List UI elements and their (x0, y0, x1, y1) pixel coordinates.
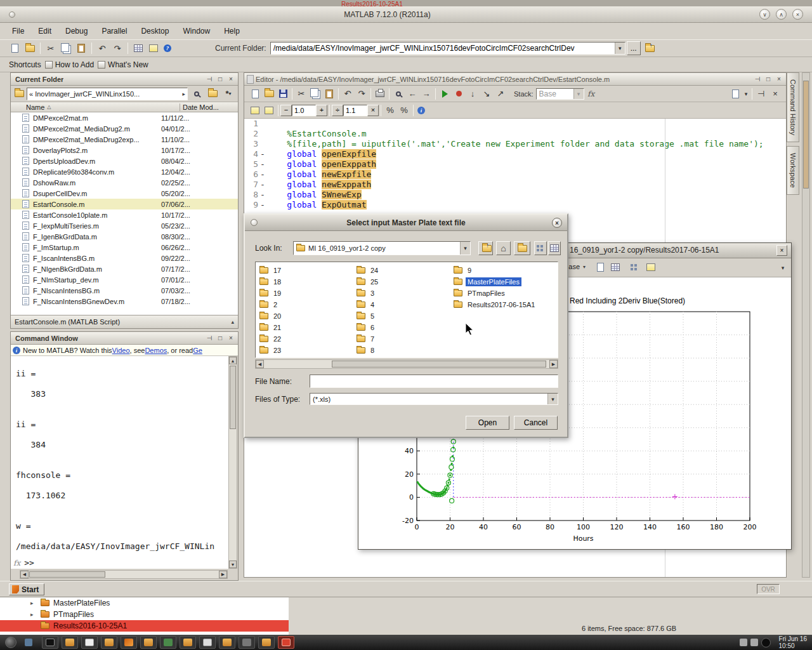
folder-item[interactable]: 5 (355, 310, 452, 322)
forward-icon[interactable]: → (419, 87, 433, 101)
column-date-modified[interactable]: Date Mod... (180, 103, 238, 111)
new-folder-icon[interactable] (206, 87, 219, 101)
command-window-header[interactable]: Command Window ⊣ □ × (11, 332, 238, 345)
menu-item[interactable]: Debug (58, 23, 95, 39)
menu-item[interactable]: File (5, 23, 31, 39)
breadcrumb[interactable]: « InovImager_jwrCF_WINLinx150... ▸ (27, 88, 188, 100)
dialog-menu-icon[interactable] (251, 219, 258, 226)
multiplier-value-input[interactable] (343, 105, 367, 116)
vertical-scrollbar[interactable]: ▲ ▼ (228, 356, 237, 569)
code-line[interactable]: 2 %EstartConsole.m (244, 129, 786, 139)
code-line[interactable]: 4- global openExpfile (244, 149, 786, 159)
paste-icon[interactable] (74, 41, 88, 55)
show-desktop-icon[interactable] (25, 639, 32, 646)
breadcrumb-expand-icon[interactable]: ▸ (182, 91, 185, 97)
scroll-right-icon[interactable]: ▶ (219, 571, 227, 578)
save-icon[interactable] (276, 87, 290, 101)
chevron-down-icon[interactable]: ▾ (547, 394, 558, 404)
code-line[interactable]: 6- global newExpfile (244, 169, 786, 180)
folder-item[interactable]: 25 (355, 276, 452, 288)
taskbar-window-button[interactable] (258, 636, 275, 649)
open-file-icon[interactable] (23, 41, 37, 55)
layout-chevron-icon[interactable]: ▾ (742, 87, 750, 101)
taskbar-window-button[interactable] (81, 636, 98, 649)
multiply-value-button[interactable]: × (367, 105, 379, 116)
file-row[interactable]: DshowRaw.m 02/25/2... (11, 177, 238, 188)
file-name-input[interactable] (310, 375, 558, 388)
cut-icon[interactable]: ✂ (44, 41, 58, 55)
file-row[interactable]: DoverlayPlots2.m 10/17/2... (11, 145, 238, 156)
taskbar-clock[interactable]: Fri Jun 16 10:50 (779, 635, 807, 649)
publish-settings-icon[interactable]: % (397, 103, 411, 117)
folder-item[interactable]: 2 (258, 299, 355, 310)
video-link[interactable]: Video (112, 347, 130, 354)
maximize-button[interactable]: ∧ (776, 9, 787, 20)
breakpoint-column[interactable]: - (258, 180, 267, 189)
file-row[interactable]: F_IgenBkGrdData.m 08/30/2... (11, 231, 238, 242)
help-icon[interactable]: ? (162, 41, 176, 55)
menu-item[interactable]: Help (217, 23, 247, 39)
code-line[interactable]: 1 (244, 119, 786, 129)
chevron-down-icon[interactable]: ▾ (460, 242, 470, 255)
file-list-column-header[interactable]: Name △ Date Mod... (11, 102, 238, 112)
scrollbar-thumb[interactable] (29, 571, 105, 578)
maximize-panel-icon[interactable]: □ (216, 75, 225, 84)
breakpoint-column[interactable]: - (258, 190, 267, 199)
redo-icon[interactable]: ↷ (110, 41, 124, 55)
folder-icon[interactable] (13, 87, 25, 101)
taskbar-window-button[interactable] (278, 636, 294, 649)
step-value-input[interactable] (292, 105, 316, 116)
dialog-close-icon[interactable]: × (552, 218, 562, 228)
taskbar-window-button[interactable] (101, 636, 117, 649)
editor-layout-icon[interactable] (728, 87, 742, 101)
menu-item[interactable]: Edit (31, 23, 58, 39)
expander-icon[interactable]: ▸ (30, 600, 37, 606)
file-row[interactable]: EstartConsole.m 07/06/2... (11, 199, 238, 209)
up-one-level-icon[interactable]: ↑ (478, 241, 493, 255)
night-mode-icon[interactable] (761, 638, 771, 647)
taskbar-window-button[interactable] (42, 636, 58, 649)
folder-item[interactable]: 22 (258, 333, 355, 345)
horizontal-scrollbar[interactable]: ◀ ▶ (20, 570, 228, 579)
file-row[interactable]: DMPexcel2mat.m 11/11/2... (11, 112, 238, 123)
tab-command-history[interactable]: Command History (787, 72, 799, 142)
dialog-titlebar[interactable]: Select input Master Plate text file × (245, 215, 567, 231)
scroll-down-icon[interactable]: ▼ (229, 560, 237, 568)
scrollbar-thumb[interactable] (332, 361, 546, 368)
code-line[interactable]: 8- global SWnewExp (244, 190, 786, 200)
undock-icon[interactable]: ⊣ (205, 334, 214, 343)
chevron-down-icon[interactable]: ▾ (583, 264, 586, 270)
taskbar-window-button[interactable] (199, 636, 216, 649)
new-folder-icon[interactable] (514, 241, 530, 255)
folder-tree-row[interactable]: ▸ PTmapFiles (0, 609, 289, 620)
divide-value-button[interactable]: ÷ (332, 105, 343, 116)
file-row[interactable]: F_NIscanIntensBGnewDev.m 07/18/2... (11, 296, 238, 307)
scroll-up-icon[interactable]: ▲ (229, 357, 237, 364)
window-menu-icon[interactable] (9, 11, 15, 18)
grid-view-icon[interactable] (627, 260, 641, 274)
folder-item[interactable]: 9 (452, 265, 549, 276)
folder-item[interactable]: 6 (355, 322, 452, 333)
getting-started-link[interactable]: Ge (193, 347, 202, 354)
tab-workspace[interactable]: Workspace (787, 146, 799, 195)
code-line[interactable]: 7- global newExppath (244, 180, 786, 190)
current-folder-path-input[interactable] (273, 43, 615, 53)
file-row[interactable]: DReplicate96to384conv.m 12/04/2... (11, 166, 238, 177)
breakpoint-column[interactable]: - (258, 169, 267, 179)
browse-folder-button[interactable]: ... (627, 41, 641, 55)
print-icon[interactable] (373, 87, 387, 101)
file-row[interactable]: EstartConsole10plate.m 10/17/2... (11, 209, 238, 220)
file-row[interactable]: DMPexcel2mat_MediaDrug2.m 04/01/2... (11, 123, 238, 134)
paste-icon[interactable] (322, 87, 336, 101)
taskbar-window-button[interactable] (239, 636, 255, 649)
code-line[interactable]: 5- global openExppath (244, 159, 786, 169)
folder-item[interactable]: 23 (258, 345, 355, 356)
undock-icon[interactable]: ⊣ (753, 75, 762, 84)
file-row[interactable]: F_NIscanIntensBG.m 07/03/2... (11, 285, 238, 296)
folder-item[interactable]: 19 (258, 288, 355, 299)
list-horizontal-scrollbar[interactable]: ◀ ▶ (255, 359, 558, 369)
details-view-icon[interactable] (548, 241, 561, 255)
info-icon[interactable]: i (416, 103, 429, 117)
taskbar-window-button[interactable] (62, 636, 78, 649)
decrease-value-button[interactable]: − (280, 105, 292, 116)
